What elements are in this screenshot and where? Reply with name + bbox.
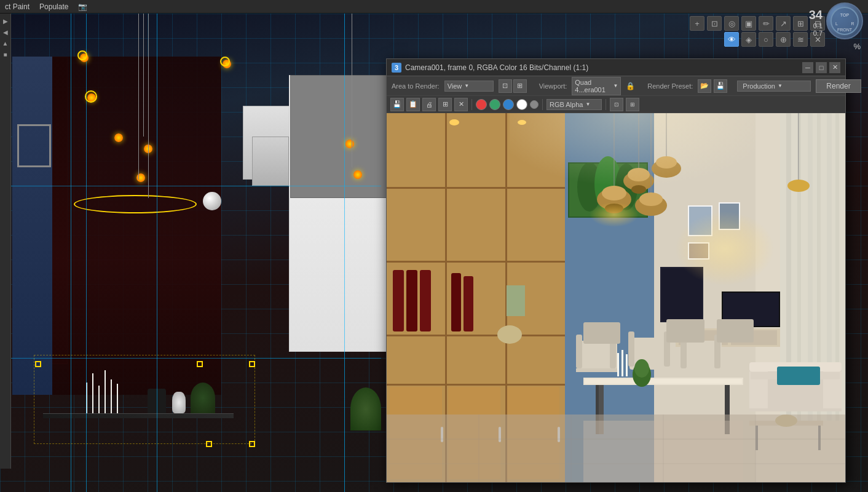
sphere-view-icon[interactable]: ◎ xyxy=(724,16,739,31)
left-tool-btn-1[interactable]: ▶ xyxy=(1,16,10,26)
left-toolbar: ▶ ◀ ▲ ■ xyxy=(0,14,11,469)
nav-cube[interactable]: TOP R L FRONT xyxy=(826,2,863,39)
close-x-icon[interactable]: ✕ xyxy=(454,98,468,111)
svg-rect-25 xyxy=(464,276,473,331)
channel-dropdown[interactable]: RGB Alpha ▼ xyxy=(546,99,602,110)
camera-icon[interactable]: ⊕ xyxy=(776,32,791,47)
area-dropdown-arrow: ▼ xyxy=(464,83,469,89)
material-icon[interactable]: ◈ xyxy=(741,32,756,47)
viewport-label: Viewport: xyxy=(539,82,567,90)
pencil-edit-icon[interactable]: ✏ xyxy=(759,16,773,31)
preset-dropdown-arrow: ▼ xyxy=(778,83,783,89)
dialog-title: Camera001, frame 0, RGBA Color 16 Bits/C… xyxy=(405,63,802,72)
light-circle-1 xyxy=(77,50,87,60)
menu-ct-paint[interactable]: ct Paint xyxy=(5,2,30,11)
white-sphere xyxy=(203,192,221,210)
rectangle-icon[interactable]: ▣ xyxy=(741,16,756,31)
svg-rect-23 xyxy=(420,270,431,331)
white-panel-2 xyxy=(252,137,289,186)
svg-rect-13 xyxy=(387,335,565,336)
channel-value: RGB Alpha xyxy=(550,101,583,108)
duplicate-icon[interactable]: ⊞ xyxy=(438,98,452,111)
blowout-icon[interactable]: ⊡ xyxy=(499,79,512,93)
green-channel-btn[interactable] xyxy=(489,99,500,110)
svg-rect-96 xyxy=(626,354,628,376)
pendant-cord-2 xyxy=(143,14,144,137)
svg-rect-14 xyxy=(387,384,565,386)
close-button[interactable]: ✕ xyxy=(829,62,840,73)
sep-4 xyxy=(542,99,543,110)
arrow-icon[interactable]: ↗ xyxy=(776,16,791,31)
top-menubar: ct Paint Populate 📷 xyxy=(0,0,868,14)
viewport-value: Quad 4...era001 xyxy=(575,79,610,93)
gamma-icon[interactable]: ⊞ xyxy=(626,98,639,111)
print-icon[interactable]: 🖨 xyxy=(422,98,436,111)
render-preset-value: Production xyxy=(743,82,775,90)
rendered-image-svg xyxy=(387,113,845,482)
viewport-dropdown-arrow: ▼ xyxy=(613,83,618,89)
save-preset-icon[interactable]: 💾 xyxy=(714,79,727,93)
channel-arrow: ▼ xyxy=(585,101,590,107)
render-preset-dropdown[interactable]: Production ▼ xyxy=(737,81,811,92)
render-preset-group: 📂 💾 xyxy=(698,79,727,93)
svg-rect-27 xyxy=(507,285,525,316)
render-dialog: 3 Camera001, frame 0, RGBA Color 16 Bits… xyxy=(386,58,846,483)
save-icon[interactable]: 💾 xyxy=(390,98,404,111)
plus-icon[interactable]: + xyxy=(690,16,704,31)
render-image-area xyxy=(387,113,845,482)
dark-wall xyxy=(37,57,221,395)
blue-channel-btn[interactable] xyxy=(503,99,514,110)
exposure-icon[interactable]: ⊡ xyxy=(610,98,623,111)
svg-text:FRONT: FRONT xyxy=(837,28,853,32)
maximize-button[interactable]: □ xyxy=(816,62,827,73)
light-marker-8 xyxy=(353,170,362,179)
light-bulb-icon[interactable]: ○ xyxy=(759,32,773,47)
svg-rect-92 xyxy=(666,319,704,343)
select-region-icon[interactable]: ⊡ xyxy=(707,16,722,31)
pendant-cord-4 xyxy=(352,14,352,167)
region-icon[interactable]: ⊞ xyxy=(513,79,527,93)
minimize-button[interactable]: ─ xyxy=(802,62,813,73)
light-circle-2 xyxy=(220,57,230,66)
dialog-titlebar: 3 Camera001, frame 0, RGBA Color 16 Bits… xyxy=(387,59,845,76)
layer-icon[interactable]: ⊞ xyxy=(793,16,808,31)
light-marker-4 xyxy=(114,133,123,142)
left-tool-btn-3[interactable]: ▲ xyxy=(1,38,10,48)
white-channel-btn[interactable] xyxy=(516,99,527,110)
save-copy-icon[interactable]: 📋 xyxy=(406,98,420,111)
wave-icon[interactable]: ≋ xyxy=(793,32,808,47)
light-marker-7 xyxy=(345,140,354,148)
svg-point-98 xyxy=(634,359,649,378)
open-preset-icon[interactable]: 📂 xyxy=(698,79,711,93)
blue-wall-left xyxy=(12,57,52,395)
selection-box xyxy=(34,355,255,444)
viewport-dropdown[interactable]: Quad 4...era001 ▼ xyxy=(572,77,621,95)
light-circle-3 xyxy=(85,90,97,103)
gray-channel-btn[interactable] xyxy=(530,100,539,109)
svg-rect-95 xyxy=(621,350,623,376)
left-tool-btn-4[interactable]: ■ xyxy=(1,49,10,59)
area-to-render-label: Area to Render: xyxy=(392,82,440,90)
left-tool-btn-2[interactable]: ◀ xyxy=(1,27,10,37)
area-to-render-dropdown[interactable]: View ▼ xyxy=(444,81,494,92)
svg-rect-91 xyxy=(583,322,620,344)
svg-rect-22 xyxy=(406,270,417,331)
guide-line-3 xyxy=(344,14,345,492)
percentage-symbol: % xyxy=(853,42,861,51)
red-channel-btn[interactable] xyxy=(476,99,487,110)
percentage-sub1: 0.1 xyxy=(813,22,823,30)
lock-icon[interactable]: 🔒 xyxy=(626,79,635,93)
svg-rect-21 xyxy=(393,270,404,331)
pendant-cord-3 xyxy=(138,14,139,180)
svg-rect-93 xyxy=(717,319,754,343)
svg-rect-24 xyxy=(451,273,461,331)
menu-camera[interactable]: 📷 xyxy=(78,2,87,11)
menu-populate[interactable]: Populate xyxy=(39,2,68,11)
ceiling-ring xyxy=(74,195,197,213)
svg-text:R: R xyxy=(851,22,854,26)
dialog-icon: 3 xyxy=(392,63,401,73)
render-button[interactable]: Render xyxy=(816,79,861,93)
right-toolbar-top: + ⊡ ◎ ▣ ✏ ↗ ⊞ ⊟ xyxy=(690,16,825,31)
percentage-value: 34 xyxy=(809,8,823,22)
eye-view-icon[interactable]: 👁 xyxy=(724,32,739,47)
